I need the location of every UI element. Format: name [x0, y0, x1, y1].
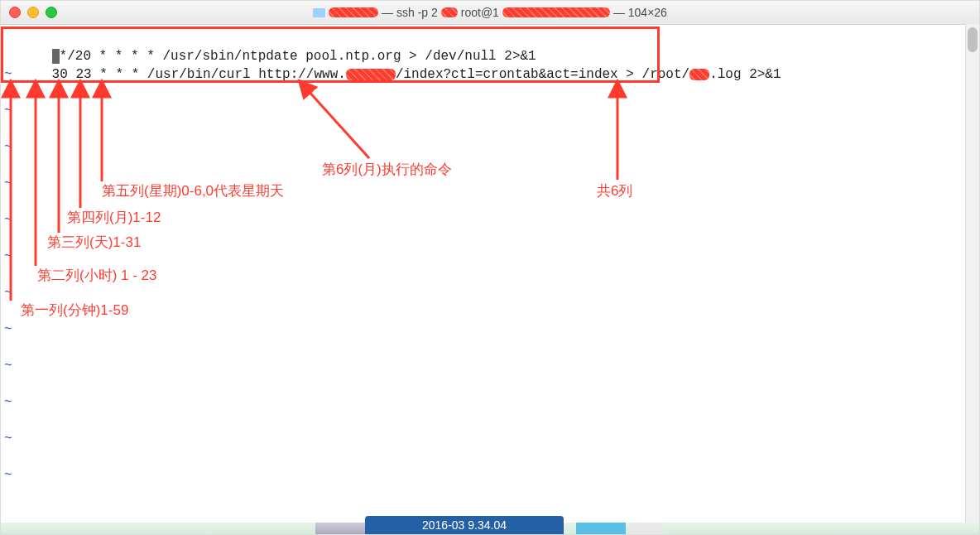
annotation-col6: 第6列(月)执行的命令 — [322, 160, 452, 179]
terminal-window: — ssh -p 2 root@1 — 104×26 */20 * * * * … — [0, 0, 980, 535]
vi-tilde: ~ — [4, 430, 12, 448]
vi-tilde: ~ — [4, 466, 12, 484]
redaction-icon — [346, 69, 396, 80]
crontab-line-2a: 30 23 * * * /usr/bin/curl http://www. — [52, 67, 346, 82]
window-title: — ssh -p 2 root@1 — 104×26 — [1, 6, 979, 19]
vi-tilde: ~ — [4, 175, 12, 193]
crontab-line-2c: > /root/ — [618, 67, 689, 82]
vi-tilde: ~ — [4, 65, 12, 84]
close-icon[interactable] — [9, 7, 21, 18]
dock-item-strip — [576, 523, 626, 534]
vi-tilde: ~ — [4, 102, 12, 120]
redaction-icon — [329, 7, 378, 17]
redaction-icon — [502, 7, 610, 17]
annotation-col5: 第五列(星期)0-6,0代表星期天 — [102, 181, 284, 200]
annotation-col2: 第二列(小时) 1 - 23 — [37, 266, 157, 285]
vi-tilde: ~ — [4, 284, 12, 302]
scrollbar-thumb[interactable] — [968, 27, 978, 52]
title-part3: — 104×26 — [613, 6, 667, 19]
title-part2: root@1 — [461, 6, 499, 19]
titlebar: — ssh -p 2 root@1 — 104×26 — [1, 1, 979, 25]
title-part1: — ssh -p 2 — [382, 6, 438, 19]
annotation-col1: 第一列(分钟)1-59 — [21, 301, 128, 320]
folder-icon — [313, 8, 325, 17]
annotation-col4: 第四列(月)1-12 — [67, 208, 161, 227]
vi-tilde: ~ — [4, 248, 12, 266]
redaction-icon — [441, 7, 458, 17]
annotation-col3: 第三列(天)1-31 — [47, 233, 141, 252]
annotation-total: 共6列 — [597, 181, 632, 200]
vi-tilde: ~ — [4, 357, 12, 375]
vi-tilde: ~ — [4, 393, 12, 412]
vi-tilde: ~ — [4, 211, 12, 229]
vi-tilde: ~ — [4, 321, 12, 339]
traffic-lights — [9, 7, 57, 18]
crontab-line-2b: /index?ctl=crontab&act=index — [396, 67, 618, 82]
screenshot-timestamp: 2016-03 9.34.04 — [365, 516, 564, 534]
minimize-icon[interactable] — [27, 7, 39, 18]
crontab-line-2d: .log 2>&1 — [709, 67, 781, 82]
dock-item-strip — [315, 523, 365, 534]
redaction-icon — [689, 69, 709, 80]
dock-item-strip — [630, 523, 663, 534]
vi-tilde: ~ — [4, 138, 12, 157]
zoom-icon[interactable] — [46, 7, 57, 18]
scrollbar[interactable] — [965, 24, 979, 534]
